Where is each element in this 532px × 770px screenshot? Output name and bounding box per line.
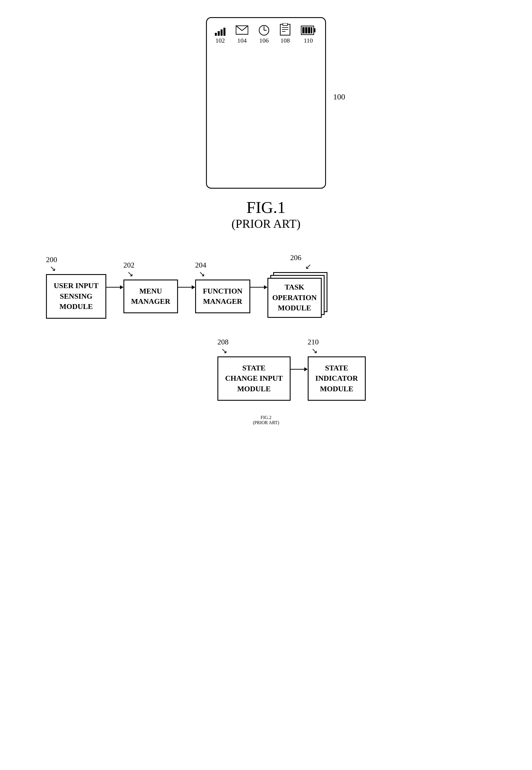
status-bar: 102 104 106 — [207, 18, 325, 47]
fig2-section: 200 ↘ USER INPUTSENSINGMODULE 202 ↘ MENU… — [0, 253, 532, 425]
clock-icon — [259, 25, 269, 36]
diagram-area: 200 ↘ USER INPUTSENSINGMODULE 202 ↘ MENU… — [23, 253, 509, 401]
task-module-stack: TASKOPERATIONMODULE — [267, 272, 330, 321]
svg-marker-16 — [120, 285, 123, 289]
fig1-caption: FIG.1 (PRIOR ART) — [231, 198, 300, 231]
svg-rect-14 — [311, 27, 312, 33]
svg-marker-22 — [304, 367, 308, 371]
fig1-subtitle: (PRIOR ART) — [231, 217, 300, 231]
clock-ref-label: 106 — [259, 37, 269, 44]
user-input-sensing-module: USER INPUTSENSINGMODULE — [46, 274, 106, 318]
battery-icon — [301, 25, 316, 36]
svg-marker-18 — [192, 285, 195, 289]
svg-rect-11 — [302, 27, 305, 33]
fig1-number: FIG.1 — [231, 198, 300, 217]
module-200-wrapper: 200 ↘ USER INPUTSENSINGMODULE — [46, 255, 106, 318]
module-208-text: STATECHANGE INPUTMODULE — [225, 364, 283, 393]
svg-rect-13 — [308, 27, 310, 33]
mail-icon-group: 104 — [236, 25, 248, 44]
diagram-row1: 200 ↘ USER INPUTSENSINGMODULE 202 ↘ MENU… — [23, 253, 509, 321]
module-206-ref: 206 ↙ — [290, 253, 311, 271]
clipboard-ref-label: 108 — [281, 37, 290, 44]
fig2-caption: FIG.2 (PRIOR ART) — [253, 415, 279, 425]
module-208-wrapper: 208 ↘ STATECHANGE INPUTMODULE — [217, 338, 291, 401]
fig2-number: FIG.2 — [253, 415, 279, 420]
arrow-202-204 — [178, 283, 195, 291]
module-202-ref: 202 ↘ — [123, 261, 135, 278]
module-210-text: STATEINDICATORMODULE — [315, 364, 358, 393]
module-210-ref: 210 ↘ — [308, 338, 319, 355]
battery-icon-group: 110 — [301, 25, 316, 44]
clock-icon-group: 106 — [259, 25, 269, 44]
module-206-text: TASKOPERATIONMODULE — [272, 282, 317, 313]
diagram-row2: 208 ↘ STATECHANGE INPUTMODULE 210 ↘ STAT… — [23, 338, 509, 401]
signal-ref-label: 102 — [215, 37, 225, 44]
signal-bar-4 — [223, 28, 225, 36]
device-ref-label: 100 — [333, 92, 345, 101]
module-208-ref: 208 ↘ — [217, 338, 229, 355]
signal-bar-2 — [218, 31, 220, 36]
module-202-text: MENUMANAGER — [131, 287, 170, 305]
module-200-text: USER INPUTSENSINGMODULE — [54, 281, 99, 311]
state-change-input-module: STATECHANGE INPUTMODULE — [217, 356, 291, 401]
svg-marker-20 — [264, 285, 267, 289]
task-operation-module: TASKOPERATIONMODULE — [267, 278, 322, 318]
mail-ref-label: 104 — [237, 37, 247, 44]
function-manager-module: FUNCTIONMANAGER — [195, 279, 250, 313]
module-204-wrapper: 204 ↘ FUNCTIONMANAGER — [195, 261, 250, 313]
fig2-subtitle: (PRIOR ART) — [253, 420, 279, 425]
module-210-wrapper: 210 ↘ STATEINDICATORMODULE — [308, 338, 366, 401]
signal-icon-group: 102 — [215, 25, 225, 44]
svg-rect-5 — [283, 23, 287, 25]
module-204-ref: 204 ↘ — [195, 261, 206, 278]
signal-bar-3 — [221, 29, 223, 36]
clipboard-icon — [280, 23, 291, 36]
mail-icon — [236, 25, 248, 36]
state-indicator-module: STATEINDICATORMODULE — [308, 356, 366, 401]
fig1-section: 102 104 106 — [206, 17, 326, 231]
signal-icon — [215, 25, 225, 36]
svg-rect-10 — [314, 28, 315, 32]
signal-bar-1 — [215, 33, 217, 36]
arrow-200-202 — [106, 283, 123, 291]
arrow-204-206 — [250, 283, 267, 291]
module-204-text: FUNCTIONMANAGER — [203, 287, 243, 305]
module-200-ref: 200 ↘ — [46, 255, 57, 273]
arrow-208-210 — [291, 365, 308, 373]
phone-device: 102 104 106 — [206, 17, 326, 189]
clipboard-icon-group: 108 — [280, 23, 291, 44]
battery-ref-label: 110 — [304, 37, 313, 44]
menu-manager-module: MENUMANAGER — [123, 279, 178, 313]
module-206-wrapper: 206 ↙ TASKOPERATIONMODULE — [267, 253, 330, 321]
svg-rect-12 — [305, 27, 307, 33]
module-202-wrapper: 202 ↘ MENUMANAGER — [123, 261, 178, 313]
